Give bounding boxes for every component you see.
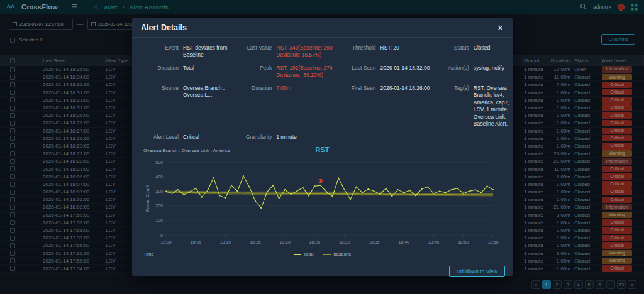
svg-text:500: 500: [155, 160, 163, 165]
svg-text:18:00: 18:00: [160, 240, 172, 244]
detail-field: Granularity 1 minute: [236, 134, 336, 141]
svg-text:0: 0: [160, 233, 163, 237]
detail-field: First Seen 2026-01-14 18:26:00: [341, 85, 430, 128]
detail-field: Threshold RST: 20: [341, 45, 430, 59]
alert-detail-fields: Event RST deviates from Baseline Last Va…: [132, 38, 513, 143]
svg-text:18:50: 18:50: [458, 240, 469, 244]
svg-text:18:35: 18:35: [369, 240, 380, 244]
svg-text:18:25: 18:25: [309, 240, 321, 244]
svg-text:18:10: 18:10: [220, 240, 231, 244]
field-value: Closed: [474, 45, 490, 52]
chart-legend: Total baseline: [143, 251, 501, 257]
field-label: Source: [143, 85, 179, 92]
detail-field: Tag(s) RST, Oversea Branch, lcv4, Americ…: [434, 85, 513, 128]
detail-field: Status Closed: [434, 45, 513, 59]
detail-field: Duration 7.00m: [236, 85, 336, 128]
field-label: Last Value: [236, 45, 272, 52]
field-value: Oversea Branch : Oversea L...: [183, 85, 233, 99]
field-label: Direction: [143, 65, 179, 72]
field-value: RST: 192(Baseline: 274 Deviation: -30.10…: [276, 65, 336, 79]
close-icon[interactable]: ✕: [497, 24, 504, 32]
svg-text:18:40: 18:40: [398, 240, 409, 244]
detail-field: Action(s) syslog, notify: [434, 65, 513, 79]
alert-records-page: CrossFlow ☰ ⚠ Alert › Alert Records admi…: [0, 0, 644, 294]
modal-footer: Drilldown to View: [132, 261, 513, 281]
svg-text:400: 400: [155, 175, 163, 179]
field-value: 2026-01-14 18:26:00: [380, 85, 430, 92]
field-label: Duration: [236, 85, 272, 92]
field-label: Peak: [236, 65, 272, 72]
legend-item-baseline[interactable]: baseline: [323, 251, 351, 257]
field-label: Status: [434, 45, 469, 52]
alert-details-modal: Alert Details ✕ Event RST deviates from …: [132, 18, 513, 276]
field-value: Critical: [183, 134, 199, 141]
detail-field: Event RST deviates from Baseline: [143, 45, 233, 59]
field-label: Last Seen: [341, 65, 376, 72]
field-label: Action(s): [434, 65, 469, 72]
svg-text:Packet Count: Packet Count: [145, 185, 150, 212]
detail-field: Alert Level Critical: [143, 134, 233, 141]
field-value: 7.00m: [276, 85, 291, 92]
svg-text:18:05: 18:05: [191, 240, 202, 244]
alert-trend-chart-block: Oversea Branch : Oversea Link : America …: [132, 143, 513, 261]
field-label: Tag(s): [434, 85, 469, 92]
field-value: Total: [183, 65, 194, 72]
detail-field: Last Value RST: 340(Baseline: 290 Deviat…: [236, 45, 336, 59]
field-value: syslog, notify: [474, 65, 504, 72]
legend-item-total[interactable]: Total: [294, 251, 314, 257]
field-label: Alert Level: [143, 134, 179, 141]
field-label: Threshold: [341, 45, 376, 52]
alert-trend-chart: 010020030040050018:0018:0518:1018:1518:2…: [143, 156, 499, 250]
total-series-swatch: [294, 254, 301, 255]
field-value: RST: 340(Baseline: 290 Deviation: 16.57%…: [276, 45, 336, 59]
field-value: RST, Oversea Branch, lcv4, America, cap7…: [474, 85, 513, 128]
detail-field: Source Oversea Branch : Oversea L...: [143, 85, 233, 128]
svg-text:18:55: 18:55: [487, 240, 499, 244]
detail-field: Peak RST: 192(Baseline: 274 Deviation: -…: [236, 65, 336, 79]
drilldown-button[interactable]: Drilldown to View: [449, 266, 505, 277]
field-value: 2026-01-14 18:32:00: [380, 65, 430, 72]
svg-text:18:30: 18:30: [339, 240, 350, 244]
field-label: Event: [143, 45, 179, 52]
svg-text:200: 200: [155, 204, 163, 208]
field-value: RST: 20: [380, 45, 399, 52]
svg-text:18:45: 18:45: [428, 240, 440, 244]
svg-text:300: 300: [155, 189, 163, 193]
field-label: Granularity: [236, 134, 272, 141]
svg-text:100: 100: [155, 218, 163, 222]
svg-text:18:15: 18:15: [250, 240, 261, 244]
detail-field: Last Seen 2026-01-14 18:32:00: [341, 65, 430, 79]
chart-title: RST: [143, 146, 501, 153]
modal-title: Alert Details: [141, 23, 187, 32]
field-value: 1 minute: [276, 134, 297, 141]
field-value: RST deviates from Baseline: [183, 45, 233, 59]
detail-field: Direction Total: [143, 65, 233, 79]
svg-text:18:20: 18:20: [279, 240, 291, 244]
field-label: First Seen: [341, 85, 376, 92]
modal-header: Alert Details ✕: [132, 18, 513, 38]
baseline-series-swatch: [323, 254, 331, 255]
